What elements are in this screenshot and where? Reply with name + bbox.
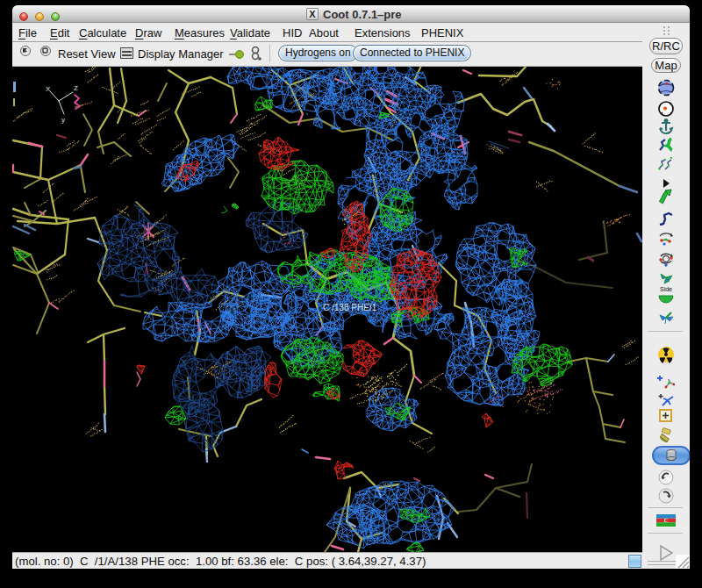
svg-text:y: y (61, 116, 65, 124)
svg-text:X: X (46, 85, 51, 93)
svg-text:Z: Z (74, 84, 78, 92)
svg-text:C /138 PHE/1: C /138 PHE/1 (323, 303, 377, 312)
